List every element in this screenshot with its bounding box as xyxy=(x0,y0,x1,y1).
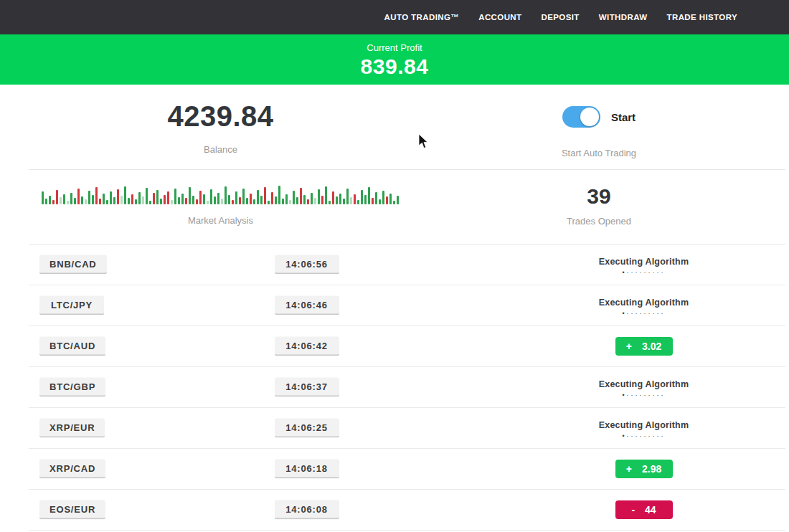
trades-table: BNB/CAD 14:06:56 Executing Algorithm •··… xyxy=(29,244,785,531)
trades-opened-value: 39 xyxy=(587,184,610,209)
badge-value: 2.98 xyxy=(642,463,661,475)
pair-chip[interactable]: BTC/AUD xyxy=(39,337,105,356)
toggle-label: Start xyxy=(611,111,636,123)
table-row: BNB/CAD 14:06:56 Executing Algorithm •··… xyxy=(29,244,785,285)
time-chip: 14:06:56 xyxy=(275,255,339,275)
pair-chip[interactable]: BTC/GBP xyxy=(39,378,105,397)
profit-badge: + 3.02 xyxy=(615,337,673,356)
pair-chip[interactable]: XRP/CAD xyxy=(39,460,105,479)
pair-chip[interactable]: BNB/CAD xyxy=(39,255,107,275)
time-chip: 14:06:42 xyxy=(275,337,339,356)
market-analysis-chart xyxy=(29,184,412,204)
nav-item-withdraw[interactable]: WITHDRAW xyxy=(599,13,648,22)
trades-opened-label: Trades Opened xyxy=(567,216,631,227)
auto-trading-block: Start Start Auto Trading xyxy=(445,100,753,158)
current-profit-value: 839.84 xyxy=(361,54,429,79)
badge-value: 44 xyxy=(645,504,656,516)
nav-item-account[interactable]: ACCOUNT xyxy=(478,13,521,22)
balance-label: Balance xyxy=(204,144,237,155)
market-analysis-block: Market Analysis xyxy=(29,184,412,226)
auto-trading-label: Start Auto Trading xyxy=(562,148,636,158)
table-row: BTC/GBP 14:06:37 Executing Algorithm •··… xyxy=(29,367,785,408)
progress-dots: •········· xyxy=(567,310,721,316)
executing-label: Executing Algorithm xyxy=(599,379,689,389)
current-profit-label: Current Profit xyxy=(367,42,422,53)
mouse-cursor-icon xyxy=(418,134,428,149)
executing-label: Executing Algorithm xyxy=(599,420,689,430)
balance-block: 4239.84 Balance xyxy=(29,100,412,155)
pair-chip[interactable]: EOS/EUR xyxy=(39,500,105,520)
balance-value: 4239.84 xyxy=(167,100,273,133)
profit-badge: + 2.98 xyxy=(615,460,673,478)
table-row: XRP/CAD 14:06:18 + 2.98 xyxy=(29,449,785,490)
progress-dots: •········· xyxy=(567,392,721,398)
progress-dots: •········· xyxy=(567,270,721,275)
time-chip: 14:06:08 xyxy=(275,500,339,520)
badge-sign: + xyxy=(626,463,632,475)
badge-sign: + xyxy=(626,341,632,352)
table-row: XRP/EUR 14:06:25 Executing Algorithm •··… xyxy=(29,408,785,449)
table-row: LTC/JPY 14:06:46 Executing Algorithm •··… xyxy=(29,285,785,326)
nav-item-deposit[interactable]: DEPOSIT xyxy=(542,13,580,22)
time-chip: 14:06:25 xyxy=(275,419,339,438)
market-analysis-label: Market Analysis xyxy=(188,215,253,226)
auto-trading-toggle[interactable] xyxy=(562,106,600,128)
status-executing: Executing Algorithm •········· xyxy=(567,255,721,275)
time-chip: 14:06:37 xyxy=(275,378,339,397)
top-nav: AUTO TRADING™ ACCOUNT DEPOSIT WITHDRAW T… xyxy=(0,0,789,34)
market-section: Market Analysis 39 Trades Opened xyxy=(29,170,785,244)
nav-item-trade-history[interactable]: TRADE HISTORY xyxy=(667,13,738,22)
current-profit-banner: Current Profit 839.84 xyxy=(0,34,789,85)
time-chip: 14:06:46 xyxy=(275,296,339,315)
time-chip: 14:06:18 xyxy=(275,460,339,479)
balance-section: 4239.84 Balance Start Start Auto Trading xyxy=(29,85,785,170)
table-row: BTC/AUD 14:06:42 + 3.02 xyxy=(29,326,785,367)
toggle-knob xyxy=(580,108,599,126)
badge-value: 3.02 xyxy=(642,341,661,352)
executing-label: Executing Algorithm xyxy=(599,298,689,308)
executing-label: Executing Algorithm xyxy=(599,257,689,267)
table-row: EOS/EUR 14:06:08 - 44 xyxy=(29,490,785,531)
pair-chip[interactable]: LTC/JPY xyxy=(39,296,104,315)
loss-badge: - 44 xyxy=(615,500,673,519)
status-executing: Executing Algorithm •········· xyxy=(567,295,721,316)
progress-dots: •········· xyxy=(567,433,721,439)
nav-item-auto-trading[interactable]: AUTO TRADING™ xyxy=(384,13,460,22)
badge-sign: - xyxy=(631,504,635,516)
status-executing: Executing Algorithm •········· xyxy=(567,377,721,398)
trades-opened-block: 39 Trades Opened xyxy=(445,184,753,227)
pair-chip[interactable]: XRP/EUR xyxy=(39,419,105,438)
status-executing: Executing Algorithm •········· xyxy=(567,418,721,439)
